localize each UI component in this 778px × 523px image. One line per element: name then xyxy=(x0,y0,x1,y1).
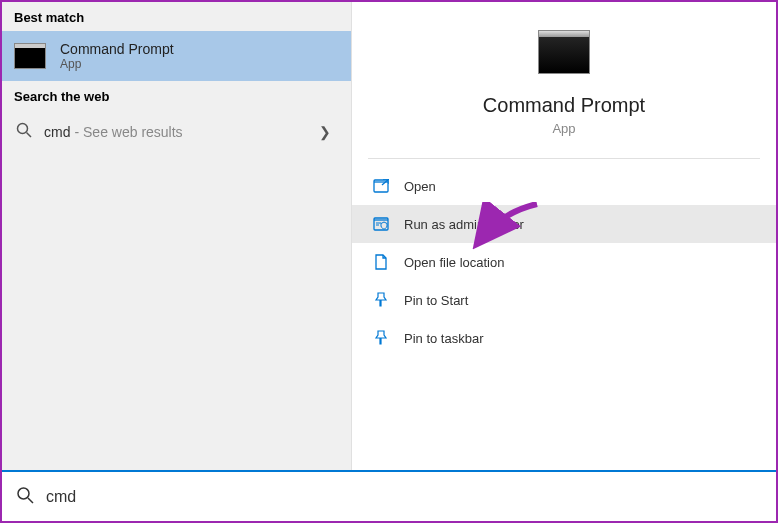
search-results-panel: Best match Command Prompt App Search the… xyxy=(2,2,352,470)
pin-start-icon xyxy=(372,291,390,309)
web-query-text: cmd xyxy=(44,124,70,140)
action-pin-to-taskbar[interactable]: Pin to taskbar xyxy=(352,319,776,357)
web-hint-text: - See web results xyxy=(74,124,182,140)
action-run-administrator[interactable]: Run as administrator xyxy=(352,205,776,243)
admin-icon xyxy=(372,215,390,233)
best-match-result[interactable]: Command Prompt App xyxy=(2,31,351,81)
search-icon xyxy=(16,486,34,508)
app-details-panel: Command Prompt App Open Run as administr… xyxy=(352,2,776,470)
pin-taskbar-icon xyxy=(372,329,390,347)
action-label: Pin to taskbar xyxy=(404,331,484,346)
search-input[interactable] xyxy=(46,488,762,506)
best-match-header: Best match xyxy=(2,2,351,31)
search-web-header: Search the web xyxy=(2,81,351,110)
action-label: Open xyxy=(404,179,436,194)
svg-point-0 xyxy=(18,124,28,134)
svg-point-4 xyxy=(18,488,29,499)
command-prompt-icon xyxy=(14,43,46,69)
open-icon xyxy=(372,177,390,195)
action-label: Open file location xyxy=(404,255,504,270)
result-title: Command Prompt xyxy=(60,41,174,57)
svg-line-1 xyxy=(27,133,32,138)
action-label: Pin to Start xyxy=(404,293,468,308)
action-label: Run as administrator xyxy=(404,217,524,232)
search-icon xyxy=(16,122,32,142)
folder-icon xyxy=(372,253,390,271)
command-prompt-icon xyxy=(538,30,590,74)
app-subtitle: App xyxy=(352,121,776,136)
search-box[interactable] xyxy=(2,470,776,521)
web-search-result[interactable]: cmd - See web results ❯ xyxy=(2,110,351,154)
svg-line-5 xyxy=(28,498,33,503)
action-open-file-location[interactable]: Open file location xyxy=(352,243,776,281)
app-title: Command Prompt xyxy=(352,94,776,117)
actions-list: Open Run as administrator Open file loca… xyxy=(352,159,776,357)
action-pin-to-start[interactable]: Pin to Start xyxy=(352,281,776,319)
result-subtitle: App xyxy=(60,57,174,71)
chevron-right-icon: ❯ xyxy=(319,124,337,140)
action-open[interactable]: Open xyxy=(352,167,776,205)
